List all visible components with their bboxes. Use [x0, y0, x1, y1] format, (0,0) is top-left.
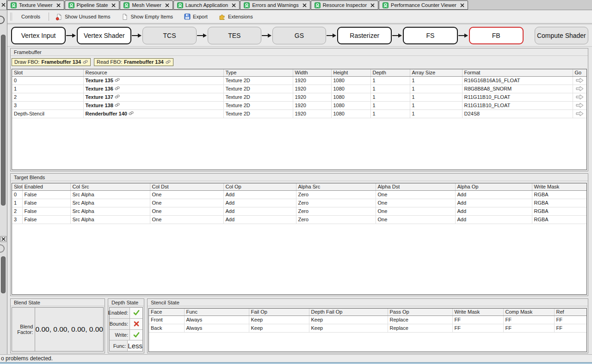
column-header[interactable]: Pass Op	[388, 309, 452, 316]
table-row[interactable]: BackAlwaysKeepKeepReplaceFFFFFF	[149, 324, 586, 333]
table-row[interactable]: 0FalseSrc AlphaOneAddZeroOneAddRGBA	[12, 191, 586, 199]
read-fbo-value[interactable]: Framebuffer 134	[124, 59, 164, 65]
column-header[interactable]: Enabled	[22, 183, 70, 191]
column-header[interactable]: Depth	[370, 69, 410, 77]
table-cell: FF	[452, 316, 503, 324]
tab-performance-counter-viewer[interactable]: Performance Counter Viewer	[379, 0, 468, 10]
show-empty-items-button[interactable]: Show Empty Items	[119, 12, 175, 22]
table-row[interactable]: 3Texture 138Texture 2D1920108011R11G11B1…	[12, 102, 586, 110]
column-header[interactable]: Height	[331, 69, 370, 77]
stage-tes[interactable]: TES	[208, 27, 261, 44]
table-cell: Texture 137	[83, 93, 223, 102]
table-cell: 1080	[331, 93, 370, 102]
extensions-button[interactable]: Extensions	[217, 12, 255, 22]
tab-close-icon[interactable]	[370, 3, 375, 7]
table-row[interactable]: FrontAlwaysKeepKeepReplaceFFFFFF	[149, 316, 586, 324]
stage-vertex-shader[interactable]: Vertex Shader	[77, 27, 131, 44]
table-row[interactable]: 0Texture 135Texture 2D1920108011R16G16B1…	[12, 77, 586, 85]
table-row[interactable]: 1Texture 136Texture 2D1920108011R8G8B8A8…	[12, 85, 586, 93]
table-row[interactable]: 2FalseSrc AlphaOneAddZeroOneAddRGBA	[12, 207, 586, 216]
column-header[interactable]: Col Dst	[150, 183, 223, 191]
tab-texture-viewer[interactable]: Texture Viewer	[7, 0, 64, 10]
column-header[interactable]: Type	[223, 69, 293, 77]
table-row[interactable]: 2Texture 137Texture 2D1920108011R11G11B1…	[12, 93, 586, 102]
resource-link[interactable]: Texture 137	[86, 94, 113, 100]
depth-state-value: Less	[128, 340, 142, 351]
table-cell: One	[376, 216, 455, 224]
stage-vertex-input[interactable]: Vertex Input	[11, 27, 66, 44]
draw-fbo-chip[interactable]: Draw FBO: Framebuffer 134	[12, 58, 91, 66]
resource-link[interactable]: Texture 135	[86, 78, 113, 83]
column-header[interactable]: Face	[149, 309, 184, 316]
column-header[interactable]: Resource	[83, 69, 223, 77]
stage-rasterizer[interactable]: Rasterizer	[337, 27, 392, 44]
draw-fbo-value[interactable]: Framebuffer 134	[41, 59, 81, 65]
go-arrow-icon[interactable]	[576, 103, 584, 108]
column-header[interactable]: Col Src	[70, 183, 150, 191]
tab-close-icon[interactable]	[302, 3, 307, 7]
column-header[interactable]: Alpha Dst	[376, 183, 455, 191]
column-header[interactable]: Ref	[554, 309, 586, 316]
table-cell: One	[376, 207, 455, 216]
framebuffer-table: SlotResourceTypeWidthHeightDepthArray Si…	[12, 69, 586, 118]
show-unused-items-button[interactable]: Show Unused Items	[54, 12, 112, 22]
resource-link[interactable]: Texture 138	[86, 103, 113, 108]
tab-close-icon[interactable]	[165, 3, 169, 7]
column-header[interactable]: Write Mask	[452, 309, 503, 316]
close-button[interactable]	[0, 236, 6, 242]
column-header[interactable]: Fail Op	[249, 309, 309, 316]
tab-close-icon[interactable]	[56, 3, 61, 7]
table-cell: One	[150, 191, 223, 199]
column-header[interactable]: Width	[293, 69, 331, 77]
column-header[interactable]: Go	[573, 69, 586, 77]
depth-state-rows: Enabled:Bounds:Write:Func:Less	[109, 307, 143, 352]
table-cell: Add	[455, 216, 532, 224]
go-arrow-icon[interactable]	[576, 111, 584, 116]
go-arrow-icon[interactable]	[576, 86, 584, 91]
read-fbo-chip[interactable]: Read FBO: Framebuffer 134	[94, 58, 173, 66]
table-cell: Keep	[309, 324, 388, 333]
column-header[interactable]: Comp Mask	[503, 309, 554, 316]
go-arrow-icon[interactable]	[576, 94, 584, 100]
column-header[interactable]: Alpha Src	[296, 183, 376, 191]
tab-launch-application[interactable]: Launch Application	[173, 0, 240, 10]
stage-label: FB	[492, 32, 500, 39]
export-button[interactable]: Export	[182, 12, 210, 21]
scrollbar-thumb[interactable]	[1, 35, 6, 206]
toolbar-grip[interactable]	[10, 12, 12, 21]
stage-gs[interactable]: GS	[272, 27, 326, 44]
stage-compute-shader[interactable]: Compute Shader	[535, 27, 588, 44]
table-row[interactable]: Depth-StencilRenderbuffer 140Texture 2D1…	[12, 110, 586, 118]
show-empty-icon	[121, 13, 128, 20]
table-row[interactable]: 1FalseSrc AlphaOneAddZeroOneAddRGBA	[12, 199, 586, 207]
resource-link[interactable]: Renderbuffer 140	[86, 111, 127, 116]
column-header[interactable]: Slot	[12, 69, 83, 77]
tab-close-icon[interactable]	[111, 3, 116, 7]
table-cell: 1	[12, 85, 83, 93]
tab-resource-inspector[interactable]: Resource Inspector	[311, 0, 378, 10]
column-header[interactable]: Write Mask	[532, 183, 586, 191]
column-header[interactable]: Col Op	[223, 183, 296, 191]
column-header[interactable]: Depth Fail Op	[309, 309, 388, 316]
go-arrow-icon[interactable]	[576, 78, 584, 83]
controls-button[interactable]: Controls	[18, 12, 44, 21]
tab-close-icon[interactable]	[460, 3, 464, 7]
tab-errors-and-warnings[interactable]: Errors and Warnings	[240, 0, 310, 10]
column-header[interactable]: Format	[462, 69, 573, 77]
scrollbar-thumb[interactable]	[1, 256, 6, 293]
stage-fs[interactable]: FS	[403, 27, 457, 44]
tab-pipeline-state[interactable]: Pipeline State	[65, 0, 120, 10]
cropped-tab-close[interactable]	[0, 0, 7, 10]
stage-label: Vertex Shader	[84, 32, 125, 39]
tab-label: Errors and Warnings	[252, 2, 298, 8]
stage-fb[interactable]: FB	[469, 27, 524, 44]
column-header[interactable]: Func	[184, 309, 249, 316]
stage-tcs[interactable]: TCS	[142, 27, 196, 44]
column-header[interactable]: Array Size	[410, 69, 462, 77]
tab-close-icon[interactable]	[232, 3, 236, 7]
column-header[interactable]: Alpha Op	[455, 183, 532, 191]
table-row[interactable]: 3FalseSrc AlphaOneAddZeroOneAddRGBA	[12, 216, 586, 224]
resource-link[interactable]: Texture 136	[86, 86, 113, 91]
tab-mesh-viewer[interactable]: Mesh Viewer	[120, 0, 173, 10]
column-header[interactable]: Slot	[12, 183, 22, 191]
